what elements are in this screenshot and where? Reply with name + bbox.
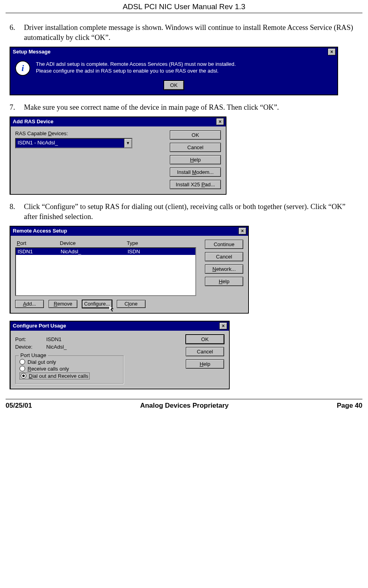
- add-button[interactable]: Add...: [15, 300, 44, 308]
- install-modem-button[interactable]: Install Modem...: [170, 168, 221, 177]
- device-row: Device: NicAdsl_: [15, 344, 177, 350]
- step-7: 7. Make sure you see correct name of the…: [10, 103, 358, 112]
- ras-devices-combobox[interactable]: ISDN1 - NicAdsl_ ▼: [15, 138, 132, 148]
- ras-column-headers: Port Device Type: [15, 240, 196, 247]
- footer-page: Page 40: [337, 402, 362, 410]
- setup-message-title: Setup Message: [13, 49, 51, 55]
- configure-port-usage-title: Configure Port Usage: [13, 323, 66, 329]
- footer-date: 05/25/01: [6, 402, 32, 410]
- port-key: Port:: [15, 336, 39, 342]
- port-value: ISDN1: [46, 336, 61, 342]
- remove-button[interactable]: Remove: [49, 300, 77, 308]
- chevron-down-icon[interactable]: ▼: [124, 139, 132, 148]
- radio-dial-and-receive[interactable]: Dial out and Receive calls: [20, 373, 90, 379]
- ras-row-device: NicAdsl_: [59, 248, 126, 255]
- port-row: Port: ISDN1: [15, 336, 177, 342]
- page-footer: 05/25/01 Analog Devices Proprietary Page…: [6, 401, 362, 414]
- configure-port-usage-dialog: Configure Port Usage × Port: ISDN1 Devic…: [10, 321, 230, 389]
- port-usage-group: Port Usage Dial out only Receive calls o…: [15, 355, 124, 384]
- help-button[interactable]: Help: [170, 155, 221, 164]
- step-8-number: 8.: [10, 202, 24, 222]
- radio-icon: [21, 373, 26, 379]
- setup-message-ok-button[interactable]: OK: [164, 81, 184, 90]
- remote-access-setup-titlebar: Remote Access Setup ×: [10, 227, 248, 236]
- ok-button[interactable]: OK: [186, 335, 224, 344]
- info-icon: i: [15, 61, 30, 76]
- radio-dial-and-receive-label: Dial out and Receive calls: [29, 373, 89, 379]
- setup-message-line1: The ADI adsl setup is complete. Remote A…: [36, 61, 236, 68]
- radio-receive-only-label: Receive calls only: [28, 366, 69, 372]
- step-8: 8. Click “Configure” to setup RAS for di…: [10, 202, 358, 222]
- add-ras-device-dialog: Add RAS Device × RAS Capable Devices: IS…: [10, 116, 226, 195]
- footer-rule: [6, 399, 362, 399]
- configure-port-usage-titlebar: Configure Port Usage ×: [10, 322, 229, 331]
- configure-button[interactable]: Configure...: [82, 300, 112, 308]
- ras-row-type: ISDN: [126, 248, 195, 255]
- ras-list-row-selected[interactable]: ISDN1 NicAdsl_ ISDN: [16, 248, 195, 255]
- device-value: NicAdsl_: [46, 344, 67, 350]
- cancel-button[interactable]: Cancel: [205, 252, 243, 261]
- page-header: ADSL PCI NIC User Manual Rev 1.3: [6, 0, 362, 13]
- ras-devices-label: RAS Capable Devices:: [15, 130, 161, 136]
- setup-message-dialog: Setup Message × i The ADI adsl setup is …: [10, 47, 338, 95]
- setup-message-titlebar: Setup Message ×: [10, 47, 337, 57]
- help-button[interactable]: Help: [205, 277, 243, 286]
- port-usage-legend: Port Usage: [19, 352, 48, 358]
- step-6: 6. Driver installation complete message …: [10, 23, 358, 43]
- step-6-text: Driver installation complete message is …: [24, 23, 358, 43]
- radio-icon: [20, 366, 25, 371]
- close-icon[interactable]: ×: [328, 48, 336, 55]
- help-button[interactable]: Help: [186, 359, 224, 369]
- close-icon[interactable]: ×: [238, 227, 246, 235]
- close-icon[interactable]: ×: [219, 322, 227, 330]
- cancel-button[interactable]: Cancel: [186, 347, 224, 356]
- radio-receive-only[interactable]: Receive calls only: [20, 366, 119, 372]
- radio-icon: [20, 359, 25, 365]
- clone-button[interactable]: Clone: [117, 300, 146, 308]
- remote-access-setup-title: Remote Access Setup: [13, 228, 67, 234]
- add-ras-device-title: Add RAS Device: [13, 118, 53, 124]
- remote-access-setup-dialog: Remote Access Setup × Port Device Type I…: [10, 226, 249, 314]
- step-7-number: 7.: [10, 103, 24, 112]
- ras-devices-selected: ISDN1 - NicAdsl_: [16, 139, 124, 148]
- ras-row-port: ISDN1: [16, 248, 59, 255]
- footer-center: Analog Devices Proprietary: [140, 402, 228, 410]
- install-x25-button[interactable]: Install X25 Pad...: [170, 180, 221, 189]
- radio-dial-out-only-label: Dial out only: [28, 359, 56, 365]
- add-ras-device-titlebar: Add RAS Device ×: [10, 117, 226, 126]
- continue-button[interactable]: Continue: [205, 240, 243, 249]
- ok-button[interactable]: OK: [170, 130, 221, 140]
- header-rule: [6, 13, 362, 13]
- setup-message-text: The ADI adsl setup is complete. Remote A…: [36, 61, 236, 75]
- device-key: Device:: [15, 344, 39, 350]
- radio-dial-out-only[interactable]: Dial out only: [20, 359, 119, 365]
- network-button[interactable]: Network...: [205, 264, 243, 274]
- close-icon[interactable]: ×: [216, 118, 224, 125]
- step-7-text: Make sure you see correct name of the de…: [24, 103, 358, 112]
- ras-port-list[interactable]: ISDN1 NicAdsl_ ISDN: [15, 247, 196, 296]
- cancel-button[interactable]: Cancel: [170, 143, 221, 152]
- step-8-text: Click “Configure” to setup RAS for diali…: [24, 202, 358, 222]
- step-6-number: 6.: [10, 23, 24, 43]
- setup-message-line2: Please configure the adsl in RAS setup t…: [36, 67, 236, 75]
